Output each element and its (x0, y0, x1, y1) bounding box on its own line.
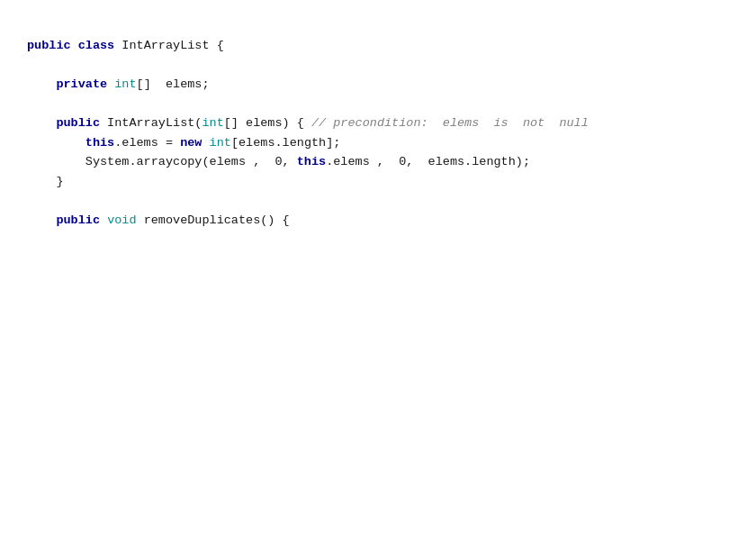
code-token: [elems.length]; (231, 136, 341, 150)
code-token: this (86, 136, 114, 150)
code-line: public void removeDuplicates() { (27, 211, 729, 231)
code-token: int (114, 77, 136, 91)
code-token: this (297, 155, 326, 168)
code-line: private int[] elems; (27, 75, 729, 95)
code-token: int (202, 116, 223, 130)
code-token: [] elems) { (224, 116, 311, 130)
code-token (100, 213, 107, 227)
code-line: public IntArrayList(int[] elems) { // pr… (27, 114, 729, 133)
code-token: .elems = (114, 136, 180, 150)
code-token: removeDuplicates() { (137, 213, 290, 227)
code-token: .elems , 0, elems.length); (326, 155, 530, 168)
code-line: System.arraycopy(elems , 0, this.elems ,… (27, 152, 729, 172)
code-token: IntArrayList { (114, 39, 224, 52)
code-token (27, 213, 56, 227)
code-token: // precondition: elems is not null (311, 116, 589, 130)
code-token: private (56, 77, 107, 91)
code-token: } (27, 175, 64, 188)
code-line: public class IntArrayList { (27, 36, 729, 56)
code-token: void (107, 213, 136, 227)
code-line: this.elems = new int[elems.length]; (27, 133, 729, 153)
code-token: int (210, 136, 231, 150)
code-token (202, 136, 209, 150)
code-token: public (56, 213, 100, 227)
code-token (27, 136, 86, 150)
code-line (27, 94, 729, 114)
code-token: IntArrayList( (100, 116, 202, 130)
code-line (27, 191, 729, 211)
code-token: [] elems; (137, 77, 210, 91)
code-token: new (180, 136, 202, 150)
code-token (27, 116, 56, 130)
code-token: class (78, 39, 115, 52)
code-token (71, 39, 78, 52)
code-line: } (27, 172, 729, 192)
code-token: System.arraycopy(elems , 0, (27, 155, 297, 168)
code-token: public (56, 116, 100, 130)
code-token (27, 77, 56, 91)
code-editor: public class IntArrayList { private int[… (0, 0, 756, 247)
code-token: public (27, 39, 71, 52)
code-line (27, 55, 729, 75)
